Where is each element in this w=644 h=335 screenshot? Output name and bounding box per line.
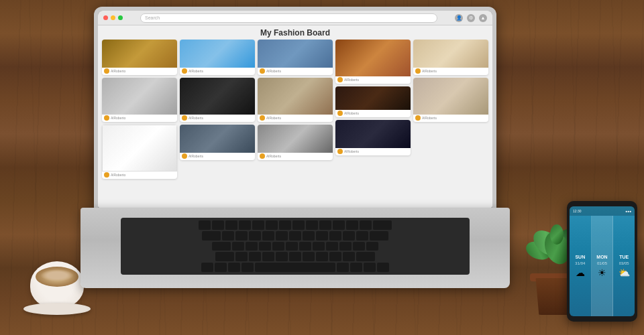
pin-card[interactable]: AlRoberts [335,40,411,84]
key[interactable] [262,231,274,241]
key[interactable] [316,231,328,241]
key[interactable] [303,252,315,261]
key[interactable] [252,220,264,230]
key[interactable] [343,252,355,261]
key[interactable] [232,242,244,251]
key-row-3 [123,242,467,251]
phone-screen[interactable]: 12:30 ●●● SUN 31/04 ☁ MON 01/05 ☀ TUE 03… [570,206,635,316]
close-dot[interactable] [103,15,108,20]
key[interactable] [356,231,368,241]
pin-card[interactable]: AlRoberts [413,78,488,122]
pin-card[interactable]: AlRoberts [335,120,411,155]
key[interactable] [289,252,301,261]
key[interactable] [289,231,301,241]
key[interactable] [279,220,291,230]
key[interactable] [343,231,355,241]
pin-avatar [182,153,187,159]
key[interactable] [222,231,234,241]
share-icon[interactable]: ▲ [479,14,487,22]
key-backspace[interactable] [373,220,392,230]
fullscreen-dot[interactable] [118,15,123,20]
key[interactable] [313,242,325,251]
pin-card[interactable]: AlRoberts [413,40,488,75]
pin-username: AlRoberto [111,173,125,177]
weather-day-mon: MON 01/05 ☀ [592,216,614,316]
pin-username: AlRoberts [422,116,437,120]
pin-image-tie [180,78,255,115]
key[interactable] [286,242,298,251]
key[interactable] [225,220,237,230]
key-space[interactable] [255,263,335,272]
weather-day-sun: SUN 31/04 ☁ [570,216,592,316]
pin-card[interactable]: AlRoberts [180,40,255,75]
pin-card[interactable]: AlRoberts [180,125,255,160]
pin-card[interactable]: AlRoberts [258,125,333,160]
pin-card[interactable]: AlRoberts [335,86,411,117]
key[interactable] [199,220,211,230]
key[interactable] [249,231,261,241]
pin-user: AlRoberts [413,68,488,75]
key[interactable] [319,220,331,230]
pin-card[interactable]: AlRoberto [102,125,177,179]
key[interactable] [360,220,372,230]
key-arrow-left[interactable] [350,263,362,272]
key-enter[interactable] [370,231,388,241]
phone-body: 12:30 ●●● SUN 31/04 ☁ MON 01/05 ☀ TUE 03… [567,201,637,322]
key[interactable] [339,242,352,251]
key-fn[interactable] [201,263,213,272]
key[interactable] [353,242,365,251]
pin-card[interactable]: AlRoberts [258,40,333,75]
key[interactable] [212,220,224,230]
key[interactable] [303,231,315,241]
key[interactable] [262,252,274,261]
key[interactable] [366,242,378,251]
weather-day-name: MON [596,255,607,259]
key-shift-right[interactable] [356,252,375,261]
minimize-dot[interactable] [111,15,115,20]
pin-avatar [104,172,109,178]
key-arrow-right[interactable] [377,263,389,272]
search-bar[interactable]: Search [140,13,437,23]
key-tab[interactable] [202,231,221,241]
key[interactable] [306,220,318,230]
weather-day-tue: TUE 03/05 ⛅ [613,216,635,316]
key[interactable] [235,231,248,241]
key-arrow-up[interactable] [364,263,376,272]
user-icon[interactable]: 👤 [455,14,463,22]
pin-username: AlRoberts [266,154,281,158]
key-caps[interactable] [212,242,231,251]
key-shift-left[interactable] [215,252,234,261]
weather-day-name: TUE [619,255,629,259]
key[interactable] [333,220,345,230]
key[interactable] [329,231,341,241]
key[interactable] [299,242,311,251]
pin-card[interactable]: AlRoberto [102,78,177,122]
key[interactable] [346,220,358,230]
key[interactable] [266,220,278,230]
key[interactable] [272,242,284,251]
pin-card[interactable]: AlRoberts [180,78,255,122]
key[interactable] [316,252,328,261]
key[interactable] [276,252,288,261]
pin-card[interactable]: AlRoberts [258,78,333,122]
key[interactable] [326,242,338,251]
key[interactable] [249,252,261,261]
pin-image-oxford [335,40,411,76]
key[interactable] [292,220,305,230]
key[interactable] [246,242,258,251]
key[interactable] [239,220,251,230]
key-ctrl[interactable] [215,263,227,272]
pin-user: AlRoberto [102,172,177,179]
key[interactable] [259,242,271,251]
pin-avatar [182,68,187,74]
key[interactable] [235,252,248,261]
key[interactable] [276,231,288,241]
key-cmd-left[interactable] [241,263,254,272]
pin-card[interactable]: AlRoberto [102,40,177,75]
pin-avatar [104,68,109,74]
key-alt[interactable] [228,263,240,272]
settings-icon[interactable]: ⚙ [467,14,475,22]
key[interactable] [329,252,341,261]
masonry-col-5: AlRoberts AlRoberts [413,40,488,206]
key-cmd-right[interactable] [337,263,349,272]
